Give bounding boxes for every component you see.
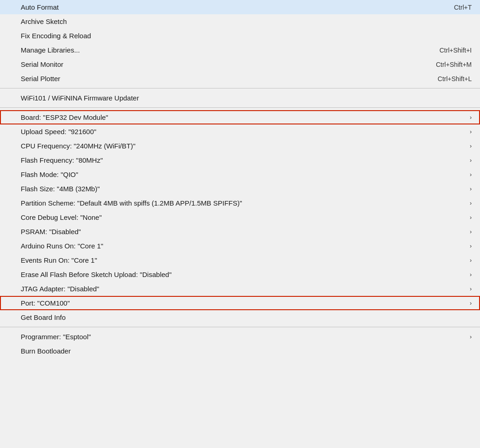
menu-item-cpu-frequency[interactable]: CPU Frequency: "240MHz (WiFi/BT)"› [0, 139, 480, 153]
submenu-arrow-icon: › [470, 185, 472, 192]
submenu-arrow-icon: › [470, 200, 472, 206]
menu-item-label: Erase All Flash Before Sketch Upload: "D… [21, 271, 465, 278]
menu-item-shortcut: Ctrl+Shift+I [439, 47, 472, 54]
menu-divider [0, 88, 480, 88]
menu-item-label: Flash Mode: "QIO" [21, 171, 465, 178]
menu-item-label: Fix Encoding & Reload [21, 32, 472, 40]
submenu-arrow-icon: › [470, 242, 472, 249]
menu-item-label: Arduino Runs On: "Core 1" [21, 242, 465, 250]
menu-item-upload-speed[interactable]: Upload Speed: "921600"› [0, 124, 480, 139]
menu-item-label: Serial Plotter [21, 75, 419, 83]
menu-item-manage-libraries[interactable]: Manage Libraries...Ctrl+Shift+I [0, 43, 480, 57]
menu-item-label: Board: "ESP32 Dev Module" [21, 113, 465, 121]
menu-divider [0, 327, 480, 327]
menu-item-label: Port: "COM100" [21, 299, 465, 307]
menu-item-label: Upload Speed: "921600" [21, 128, 465, 136]
submenu-arrow-icon: › [470, 285, 472, 292]
menu-item-label: Events Run On: "Core 1" [21, 256, 465, 264]
menu-item-label: Serial Monitor [21, 60, 417, 68]
menu-item-board[interactable]: Board: "ESP32 Dev Module"› [0, 110, 480, 124]
submenu-arrow-icon: › [470, 271, 472, 278]
menu-item-label: Core Debug Level: "None" [21, 213, 465, 221]
menu-item-flash-mode[interactable]: Flash Mode: "QIO"› [0, 167, 480, 182]
menu-item-label: Auto Format [21, 3, 436, 11]
menu-item-fix-encoding[interactable]: Fix Encoding & Reload [0, 29, 480, 43]
menu-item-jtag-adapter[interactable]: JTAG Adapter: "Disabled"› [0, 282, 480, 296]
submenu-arrow-icon: › [470, 128, 472, 135]
menu-divider [0, 107, 480, 108]
menu-item-shortcut: Ctrl+Shift+L [438, 75, 472, 83]
menu-item-label: Archive Sketch [21, 18, 472, 25]
menu-item-label: Partition Scheme: "Default 4MB with spif… [21, 199, 465, 207]
submenu-arrow-icon: › [470, 333, 472, 340]
menu-item-port[interactable]: Port: "COM100"› [0, 296, 480, 310]
menu-item-shortcut: Ctrl+T [454, 4, 472, 11]
submenu-arrow-icon: › [470, 171, 472, 178]
menu-item-label: CPU Frequency: "240MHz (WiFi/BT)" [21, 142, 465, 150]
menu-item-flash-frequency[interactable]: Flash Frequency: "80MHz"› [0, 153, 480, 167]
menu-item-label: Flash Size: "4MB (32Mb)" [21, 185, 465, 193]
menu-item-core-debug[interactable]: Core Debug Level: "None"› [0, 210, 480, 224]
menu-item-label: Burn Bootloader [21, 347, 472, 355]
menu-item-archive-sketch[interactable]: Archive Sketch [0, 14, 480, 29]
menu-item-label: Get Board Info [21, 313, 472, 321]
menu-item-psram[interactable]: PSRAM: "Disabled"› [0, 224, 480, 239]
submenu-arrow-icon: › [470, 157, 472, 164]
tools-menu: Auto FormatCtrl+TArchive SketchFix Encod… [0, 0, 480, 448]
submenu-arrow-icon: › [470, 114, 472, 121]
menu-item-burn-bootloader[interactable]: Burn Bootloader [0, 344, 480, 358]
menu-item-erase-flash[interactable]: Erase All Flash Before Sketch Upload: "D… [0, 267, 480, 282]
menu-item-get-board-info[interactable]: Get Board Info [0, 310, 480, 324]
menu-item-label: JTAG Adapter: "Disabled" [21, 285, 465, 293]
menu-item-auto-format[interactable]: Auto FormatCtrl+T [0, 0, 480, 14]
menu-item-label: Programmer: "Esptool" [21, 333, 465, 341]
submenu-arrow-icon: › [470, 214, 472, 221]
menu-item-label: Manage Libraries... [21, 46, 421, 54]
menu-item-label: WiFi101 / WiFiNINA Firmware Updater [21, 94, 472, 102]
menu-item-serial-monitor[interactable]: Serial MonitorCtrl+Shift+M [0, 57, 480, 71]
submenu-arrow-icon: › [470, 142, 472, 149]
menu-item-serial-plotter[interactable]: Serial PlotterCtrl+Shift+L [0, 71, 480, 86]
menu-item-programmer[interactable]: Programmer: "Esptool"› [0, 330, 480, 344]
menu-item-flash-size[interactable]: Flash Size: "4MB (32Mb)"› [0, 182, 480, 196]
menu-item-wifi-updater[interactable]: WiFi101 / WiFiNINA Firmware Updater [0, 91, 480, 105]
menu-item-events-run-on[interactable]: Events Run On: "Core 1"› [0, 253, 480, 267]
menu-item-label: Flash Frequency: "80MHz" [21, 156, 465, 164]
menu-item-arduino-runs-on[interactable]: Arduino Runs On: "Core 1"› [0, 239, 480, 253]
menu-item-shortcut: Ctrl+Shift+M [436, 61, 472, 68]
submenu-arrow-icon: › [470, 257, 472, 264]
submenu-arrow-icon: › [470, 300, 472, 307]
menu-item-partition-scheme[interactable]: Partition Scheme: "Default 4MB with spif… [0, 196, 480, 210]
submenu-arrow-icon: › [470, 228, 472, 235]
menu-item-label: PSRAM: "Disabled" [21, 228, 465, 236]
